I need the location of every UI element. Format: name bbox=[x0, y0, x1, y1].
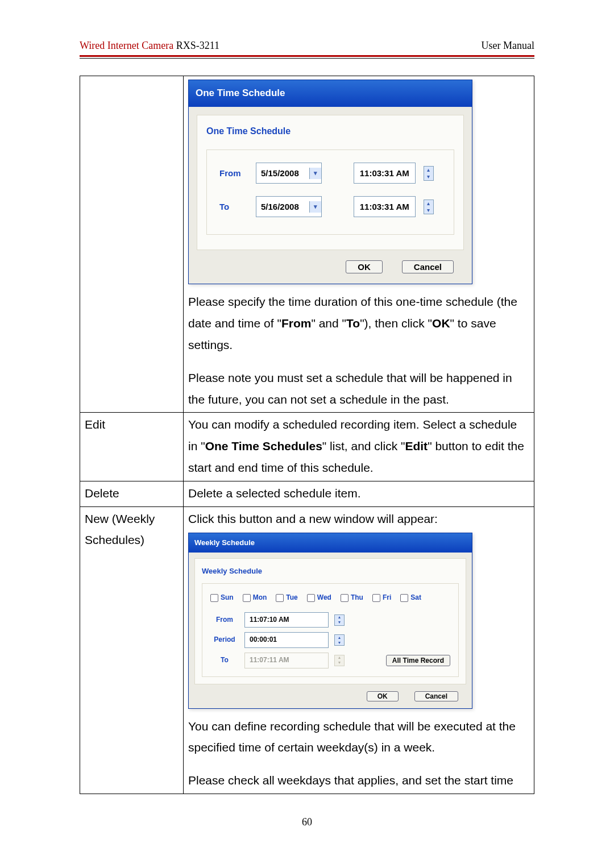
header-right: User Manual bbox=[482, 40, 534, 52]
chevron-up-icon: ▴ bbox=[335, 635, 344, 640]
ots-to-row: To 5/16/2008 ▾ 11:03:31 AM ▴▾ bbox=[219, 196, 441, 217]
chevron-up-icon: ▴ bbox=[335, 655, 344, 661]
ots-description-2: Please note you must set a schedule that… bbox=[188, 367, 529, 410]
wk-ok-button[interactable]: OK bbox=[367, 691, 399, 701]
wk-day-thu[interactable]: Thu bbox=[341, 592, 363, 604]
wk-day-mon[interactable]: Mon bbox=[243, 592, 267, 604]
row-edit-label: Edit bbox=[80, 413, 184, 481]
checkbox-icon bbox=[400, 594, 408, 602]
ots-from-date-value: 5/15/2008 bbox=[256, 163, 309, 183]
checkbox-icon bbox=[276, 594, 284, 602]
ots-from-date-picker[interactable]: 5/15/2008 ▾ bbox=[256, 163, 322, 184]
ots-group-title: One Time Schedule bbox=[206, 123, 454, 140]
chevron-up-icon: ▴ bbox=[335, 615, 344, 620]
ots-description-1: Please specify the time duration of this… bbox=[188, 291, 529, 355]
ots-from-label: From bbox=[219, 165, 248, 181]
chevron-up-icon: ▴ bbox=[424, 200, 433, 207]
wk-from-row: From 11:07:10 AM ▴▾ bbox=[210, 612, 450, 628]
ots-ok-button[interactable]: OK bbox=[346, 260, 383, 273]
ots-from-row: From 5/15/2008 ▾ 11:03:31 AM ▴▾ bbox=[219, 163, 441, 184]
chevron-down-icon: ▾ bbox=[424, 173, 433, 180]
wk-day-fri[interactable]: Fri bbox=[372, 592, 391, 604]
wk-group-title: Weekly Schedule bbox=[202, 564, 459, 578]
wk-period-input[interactable]: 00:00:01 bbox=[244, 632, 329, 648]
product-name: Wired Internet Camera bbox=[80, 40, 173, 51]
one-time-schedule-dialog: One Time Schedule One Time Schedule From… bbox=[188, 80, 472, 284]
chevron-down-icon: ▾ bbox=[335, 640, 344, 645]
chevron-up-icon: ▴ bbox=[424, 167, 433, 173]
page-header: Wired Internet Camera RXS-3211 User Manu… bbox=[80, 40, 534, 54]
wk-description-1: You can define recording schedule that w… bbox=[188, 716, 529, 759]
ots-to-date-value: 5/16/2008 bbox=[256, 197, 309, 217]
wk-titlebar: Weekly Schedule bbox=[188, 533, 472, 552]
wk-day-wed[interactable]: Wed bbox=[307, 592, 331, 604]
wk-from-time-input[interactable]: 11:07:10 AM bbox=[244, 612, 329, 628]
page-number: 60 bbox=[0, 816, 614, 828]
wk-from-spinner[interactable]: ▴▾ bbox=[334, 614, 345, 626]
ots-from-time-spinner[interactable]: ▴▾ bbox=[424, 166, 434, 181]
chevron-down-icon[interactable]: ▾ bbox=[309, 168, 321, 179]
ots-from-time-input[interactable]: 11:03:31 AM bbox=[354, 163, 416, 184]
row-new-intro: Click this button and a new window will … bbox=[188, 508, 529, 530]
wk-day-checkboxes: Sun Mon Tue Wed Thu Fri Sat bbox=[210, 592, 450, 604]
wk-to-spinner: ▴▾ bbox=[334, 655, 345, 666]
row-delete-label: Delete bbox=[80, 481, 184, 506]
wk-to-time-input: 11:07:11 AM bbox=[244, 653, 329, 668]
row-new-content: Click this button and a new window will … bbox=[184, 506, 534, 794]
checkbox-icon bbox=[307, 594, 315, 602]
checkbox-icon bbox=[372, 594, 380, 602]
weekly-schedule-dialog: Weekly Schedule Weekly Schedule Sun Mon … bbox=[188, 533, 472, 708]
row-edit-content: You can modify a scheduled recording ite… bbox=[184, 413, 534, 481]
product-model: RXS-3211 bbox=[173, 40, 219, 51]
row-delete-content: Delete a selected schedule item. bbox=[184, 481, 534, 506]
row-ots-label bbox=[80, 76, 184, 413]
checkbox-icon bbox=[243, 594, 251, 602]
wk-all-time-record-button[interactable]: All Time Record bbox=[386, 655, 450, 666]
wk-day-sun[interactable]: Sun bbox=[210, 592, 234, 604]
chevron-down-icon: ▾ bbox=[335, 620, 344, 625]
checkbox-icon bbox=[210, 594, 218, 602]
ots-to-time-input[interactable]: 11:03:31 AM bbox=[354, 196, 416, 217]
row-new-label: New (Weekly Schedules) bbox=[80, 506, 184, 794]
wk-period-label: Period bbox=[210, 634, 239, 646]
row-ots-content: One Time Schedule One Time Schedule From… bbox=[184, 76, 534, 413]
ots-to-date-picker[interactable]: 5/16/2008 ▾ bbox=[256, 196, 322, 217]
ots-to-label: To bbox=[219, 199, 248, 214]
wk-day-sat[interactable]: Sat bbox=[400, 592, 421, 604]
checkbox-icon bbox=[341, 594, 349, 602]
wk-period-spinner[interactable]: ▴▾ bbox=[334, 634, 345, 646]
header-rule bbox=[80, 55, 534, 59]
chevron-down-icon[interactable]: ▾ bbox=[309, 201, 321, 213]
ots-to-time-spinner[interactable]: ▴▾ bbox=[424, 200, 434, 214]
main-table: One Time Schedule One Time Schedule From… bbox=[80, 76, 534, 794]
wk-from-label: From bbox=[210, 614, 239, 626]
wk-day-tue[interactable]: Tue bbox=[276, 592, 297, 604]
wk-to-label: To bbox=[210, 654, 239, 667]
ots-cancel-button[interactable]: Cancel bbox=[402, 260, 454, 273]
wk-period-row: Period 00:00:01 ▴▾ bbox=[210, 632, 450, 648]
wk-to-row: To 11:07:11 AM ▴▾ All Time Record bbox=[210, 653, 450, 668]
chevron-down-icon: ▾ bbox=[335, 661, 344, 666]
ots-titlebar: One Time Schedule bbox=[188, 80, 472, 107]
wk-description-2: Please check all weekdays that applies, … bbox=[188, 770, 529, 791]
chevron-down-icon: ▾ bbox=[424, 207, 433, 214]
wk-cancel-button[interactable]: Cancel bbox=[414, 691, 458, 701]
